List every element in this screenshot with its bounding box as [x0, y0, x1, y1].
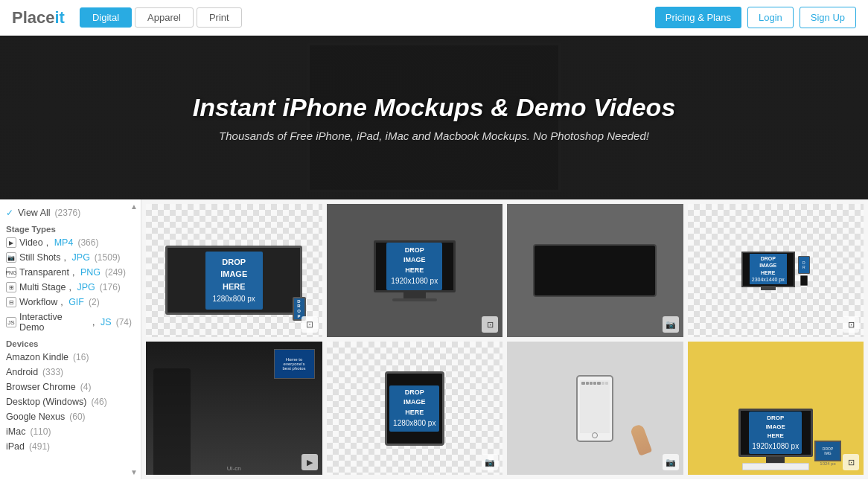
devices-section: Devices — [0, 335, 141, 350]
stage-types-section: Stage Types — [0, 220, 141, 235]
imac-count: (110) — [30, 426, 51, 437]
phone-screen-area — [580, 380, 610, 433]
image-grid: DROPIMAGEHERE1280x800 px DROP ⊡ DROPIMAG… — [141, 199, 868, 479]
sidebar-item-amazon[interactable]: Amazon Kindle (16) — [0, 350, 141, 365]
sidebar-item-interactive[interactable]: JS Interactive Demo, JS (74) — [0, 310, 141, 335]
sidebar-item-workflow[interactable]: ⊟ Workflow, GIF (2) — [0, 295, 141, 310]
drop-zone-8[interactable]: DROPIMAGEHERE1920x1080 px — [749, 412, 802, 454]
header-actions: Pricing & Plans Login Sign Up — [655, 7, 856, 28]
monitor-icon-8: ⊡ — [843, 454, 859, 470]
grid-item-2[interactable]: DROPIMAGEHERE1920x1080 px ⊡ — [327, 204, 503, 337]
drop-zone-2[interactable]: DROPIMAGEHERE1920x1080 px — [386, 243, 442, 290]
google-nexus-label: Google Nexus — [6, 412, 65, 422]
cal-cell — [593, 382, 596, 385]
multi-device-container: DROPIMAGEHERE2304x1440 px DR — [688, 204, 864, 337]
finger-shape — [630, 423, 653, 456]
imac-stand — [403, 292, 426, 298]
sidebar-item-multistage[interactable]: ⊞ Multi Stage, JPG (176) — [0, 280, 141, 295]
macbook-screen: DROPIMAGEHERE1280x800 px — [165, 246, 302, 315]
logo-text: Place — [12, 8, 55, 27]
sidebar-item-imac[interactable]: iMac (110) — [0, 424, 141, 439]
grid-item-8[interactable]: DROPIMAGEHERE1920x1080 px DROPIMG 1024 p… — [688, 342, 864, 475]
sidebar-item-transparent[interactable]: PNG Transparent, PNG (249) — [0, 265, 141, 280]
logo: Placeit — [12, 8, 65, 28]
pricing-button[interactable]: Pricing & Plans — [655, 7, 741, 28]
scroll-up-arrow[interactable]: ▲ — [130, 202, 138, 211]
multistage-count: (176) — [100, 282, 121, 292]
grid-item-3[interactable]: 📷 — [507, 204, 683, 337]
imac-yellow-container: DROPIMAGEHERE1920x1080 px DROPIMG 1024 p… — [688, 342, 864, 475]
iphone-flat-mockup — [533, 244, 657, 298]
camera-icon-3: 📷 — [663, 316, 679, 333]
tablet-dim: 1024 px — [820, 461, 835, 466]
tab-print[interactable]: Print — [197, 7, 242, 28]
tablet-screen: DROPIMG — [814, 441, 841, 461]
sidebar-item-google-nexus[interactable]: Google Nexus (60) — [0, 409, 141, 424]
grid-item-7[interactable]: 📷 — [507, 342, 683, 475]
monitor-icon-2: ⊡ — [482, 316, 498, 333]
tab-apparel[interactable]: Apparel — [135, 7, 194, 28]
interactive-type: JS — [100, 317, 112, 327]
logo-accent: it — [55, 8, 65, 27]
phone-drop-s: DR — [799, 257, 809, 273]
sidebar-item-desktop-windows[interactable]: Desktop (Windows) (46) — [0, 394, 141, 409]
video-icon: ▶ — [6, 237, 16, 248]
multistage-type: JPG — [77, 282, 95, 292]
interactive-count: (74) — [116, 317, 132, 327]
sidebar-view-all[interactable]: ✓ View All (2376) — [0, 205, 141, 220]
workflow-icon: ⊟ — [6, 297, 16, 307]
laptop-mockup: DROPIMAGEHERE2304x1440 px — [741, 252, 795, 290]
still-type: JPG — [72, 252, 90, 263]
keyboard — [742, 463, 809, 470]
imac-base — [392, 298, 437, 301]
transparent-icon: PNG — [6, 267, 16, 278]
android-count: (333) — [42, 367, 63, 377]
grid-item-1[interactable]: DROPIMAGEHERE1280x800 px DROP ⊡ — [146, 204, 322, 337]
sidebar-item-android[interactable]: Android (333) — [0, 365, 141, 380]
monitor-icon-1: ⊡ — [301, 316, 318, 333]
phone-mockup — [576, 375, 613, 442]
sidebar-item-ipad[interactable]: iPad (491) — [0, 439, 141, 454]
sidebar-item-browser-chrome[interactable]: Browser Chrome (4) — [0, 380, 141, 394]
browser-chrome-label: Browser Chrome — [6, 382, 76, 392]
workflow-type: GIF — [68, 297, 84, 307]
iphone-flat-container — [507, 204, 683, 337]
cal-cell — [605, 382, 608, 385]
hero-subtitle: Thousands of Free iPhone, iPad, iMac and… — [219, 129, 649, 142]
desktop-windows-label: Desktop (Windows) — [6, 397, 86, 407]
sidebar-item-video[interactable]: ▶ Video, MP4 (366) — [0, 235, 141, 250]
body-shape — [153, 368, 191, 475]
imac-large-screen: DROPIMAGEHERE1920x1080 px — [738, 409, 813, 457]
login-button[interactable]: Login — [747, 7, 794, 28]
drop-zone-6[interactable]: DROPIMAGEHERE1280x800 px — [389, 385, 439, 432]
grid-item-4[interactable]: DROPIMAGEHERE2304x1440 px DR ⊡ — [688, 204, 864, 337]
multistage-label: Multi Stage — [19, 282, 66, 292]
sidebar-item-still[interactable]: 📷 Still Shots, JPG (1509) — [0, 250, 141, 265]
scroll-down-arrow[interactable]: ▼ — [130, 468, 138, 476]
video-type: MP4 — [54, 237, 74, 248]
transparent-count: (249) — [105, 267, 126, 278]
cal-cell — [581, 382, 584, 385]
google-nexus-count: (60) — [69, 412, 85, 422]
cal-cell — [586, 382, 589, 385]
grid-item-6[interactable]: DROPIMAGEHERE1280x800 px 📷 — [327, 342, 503, 475]
hero-title: Instant iPhone Mockups & Demo Videos — [193, 93, 676, 122]
phone-small: DR — [798, 256, 810, 274]
cal-cell — [601, 382, 604, 385]
workflow-label: Workflow — [19, 297, 57, 307]
camera-icon: 📷 — [6, 252, 16, 263]
laptop-drop: DROPIMAGEHERE2304x1440 px — [750, 254, 787, 284]
browser-chrome-count: (4) — [80, 382, 92, 392]
home-button — [592, 432, 598, 438]
video-icon-5: ▶ — [301, 454, 318, 470]
grid-item-5[interactable]: Home toeveryone'sbest photos UI-cn ▶ — [146, 342, 322, 475]
drop-zone-1[interactable]: DROPIMAGEHERE1280x800 px — [205, 252, 263, 310]
tab-digital[interactable]: Digital — [80, 7, 132, 28]
transparent-label: Transparent — [19, 267, 69, 278]
imac-mockup: DROPIMAGEHERE1920x1080 px — [374, 240, 456, 301]
signup-button[interactable]: Sign Up — [800, 7, 856, 28]
amazon-label: Amazon Kindle — [6, 352, 68, 362]
tablet-drop: DROPIMG — [816, 442, 840, 460]
laptop-screen-photo5: Home toeveryone'sbest photos — [274, 349, 315, 379]
header: Placeit Digital Apparel Print Pricing & … — [0, 0, 868, 36]
